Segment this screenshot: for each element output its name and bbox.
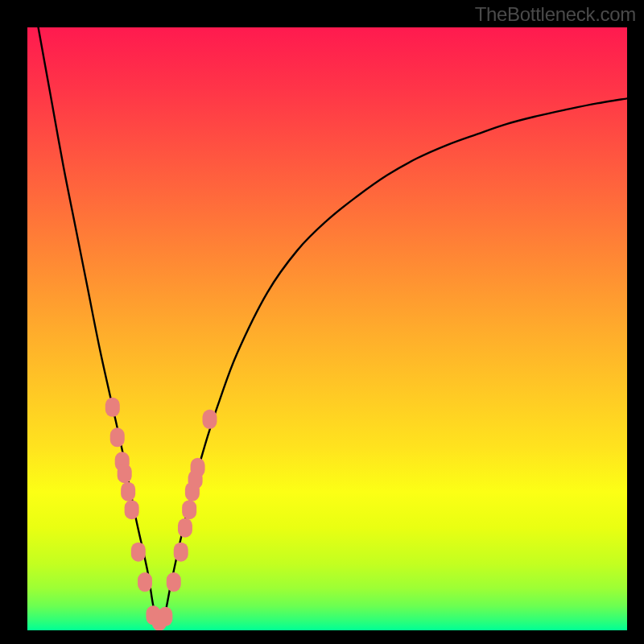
marker-point — [182, 500, 196, 519]
marker-point — [178, 518, 192, 538]
marker-point — [191, 458, 205, 477]
marker-point — [110, 427, 125, 447]
marker-point — [167, 572, 181, 592]
marker-point — [125, 500, 139, 519]
marker-point — [131, 543, 146, 562]
marker-point — [105, 398, 120, 417]
marker-point — [138, 572, 152, 592]
marker-point — [202, 410, 217, 429]
marker-point — [118, 464, 132, 483]
plot-area — [27, 27, 627, 630]
chart-stage: TheBottleneck.com — [0, 0, 644, 644]
marker-point — [174, 543, 188, 562]
bottleneck-curve — [27, 27, 627, 630]
marker-group — [105, 398, 217, 630]
marker-point — [158, 607, 172, 626]
curve-layer — [27, 27, 627, 630]
marker-point — [121, 482, 135, 502]
watermark-text: TheBottleneck.com — [475, 3, 636, 26]
